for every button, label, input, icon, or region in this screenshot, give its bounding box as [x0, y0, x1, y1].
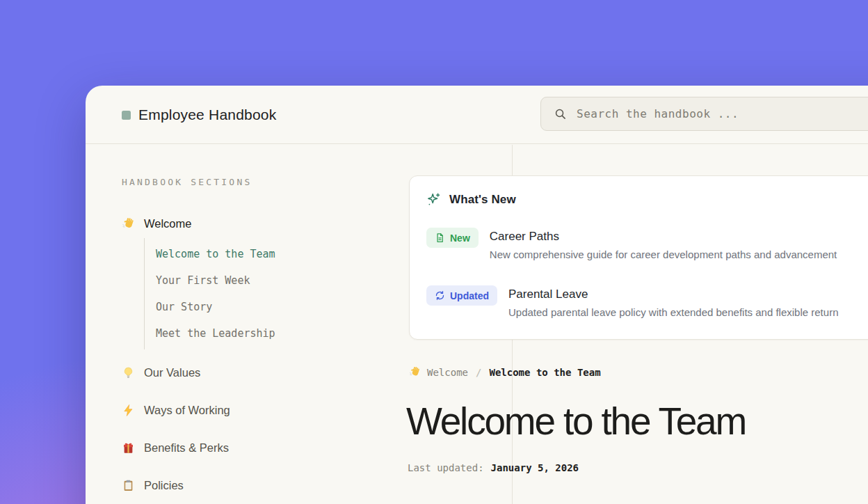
logo-mark-icon [122, 111, 131, 120]
breadcrumb: Welcome / Welcome to the Team [409, 366, 601, 378]
waving-hand-icon [122, 217, 135, 230]
breadcrumb-section[interactable]: Welcome [427, 367, 468, 378]
last-updated-label: Last updated: [408, 462, 484, 473]
lightbulb-icon [122, 366, 135, 379]
app-window: Employee Handbook Search the handbook ..… [86, 86, 868, 504]
sidebar-item-label: Ways of Working [144, 404, 230, 417]
whats-new-item-title: Career Paths [490, 230, 837, 244]
brand[interactable]: Employee Handbook [122, 86, 276, 144]
new-badge: New [426, 228, 479, 248]
whats-new-item-description: New comprehensive guide for career devel… [490, 249, 837, 260]
document-icon [435, 233, 445, 243]
sidebar-item-our-values[interactable]: Our Values [122, 365, 351, 380]
whats-new-item-title: Parental Leave [508, 288, 838, 301]
gift-icon [122, 441, 135, 455]
whats-new-item-parental-leave[interactable]: Updated Parental Leave Updated parental … [426, 285, 868, 318]
whats-new-item-career-paths[interactable]: New Career Paths New comprehensive guide… [426, 228, 868, 260]
sidebar-sublist-welcome: Welcome to the Team Your First Week Our … [144, 238, 351, 349]
refresh-icon [435, 290, 445, 301]
whats-new-item-text: Parental Leave Updated parental leave po… [508, 285, 838, 318]
page-title: Welcome to the Team [406, 400, 746, 443]
whats-new-title: What's New [449, 193, 516, 207]
sidebar-item-policies[interactable]: Policies [122, 478, 351, 493]
sidebar-item-benefits-perks[interactable]: Benefits & Perks [122, 440, 351, 455]
search-icon [554, 107, 567, 120]
updated-badge: Updated [426, 285, 497, 306]
breadcrumb-current-page: Welcome to the Team [489, 367, 600, 378]
breadcrumb-separator: / [476, 367, 481, 378]
search-input[interactable]: Search the handbook ... [540, 97, 868, 131]
whats-new-item-text: Career Paths New comprehensive guide for… [490, 228, 837, 260]
whats-new-item-description: Updated parental leave policy with exten… [508, 306, 838, 318]
sidebar-item-label: Our Values [144, 366, 200, 379]
sidebar-item-label: Welcome [144, 217, 191, 230]
badge-label: Updated [450, 290, 489, 301]
badge-label: New [450, 233, 470, 244]
sidebar-item-label: Benefits & Perks [144, 441, 229, 455]
whats-new-card: What's New New Career Paths New comprehe… [409, 175, 868, 340]
sidebar-nav: Welcome Welcome to the Team Your First W… [122, 216, 351, 493]
waving-hand-icon [409, 366, 421, 378]
sidebar-subitem-welcome-to-the-team[interactable]: Welcome to the Team [156, 241, 351, 267]
sidebar-subitem-meet-the-leadership[interactable]: Meet the Leadership [156, 320, 351, 347]
app-header: Employee Handbook Search the handbook ..… [86, 86, 868, 144]
sidebar-item-welcome[interactable]: Welcome [122, 216, 351, 231]
sidebar-item-ways-of-working[interactable]: Ways of Working [122, 402, 351, 418]
app-title: Employee Handbook [138, 107, 276, 123]
sidebar-item-label: Policies [144, 479, 184, 492]
whats-new-header: What's New [426, 192, 868, 207]
last-updated: Last updated:January 5, 2026 [408, 462, 579, 473]
sparkles-icon [426, 192, 441, 207]
sidebar-subitem-your-first-week[interactable]: Your First Week [156, 267, 351, 294]
sidebar-section-label: HANDBOOK SECTIONS [122, 177, 252, 187]
clipboard-icon [122, 479, 135, 492]
last-updated-value: January 5, 2026 [491, 462, 579, 473]
lightning-icon [122, 404, 135, 417]
sidebar-subitem-our-story[interactable]: Our Story [156, 294, 351, 320]
search-placeholder: Search the handbook ... [577, 107, 739, 120]
